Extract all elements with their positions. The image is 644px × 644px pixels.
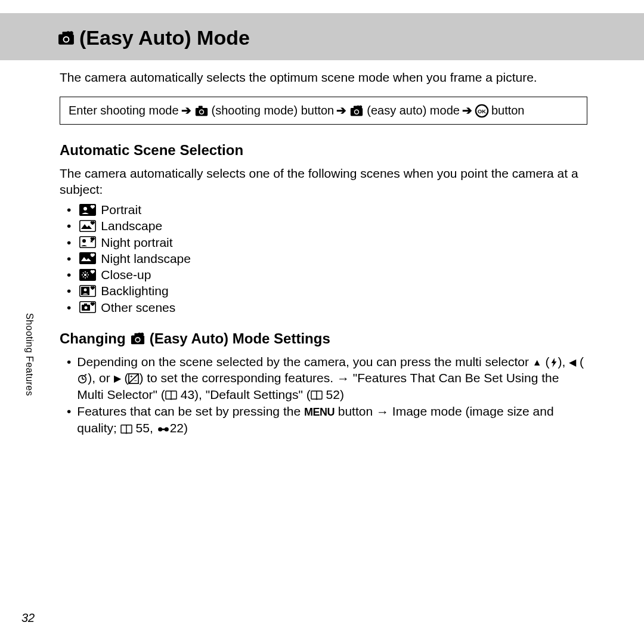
svg-line-35 — [87, 273, 88, 274]
backlighting-badge-icon — [79, 285, 96, 297]
night-landscape-badge-icon: ★ — [79, 252, 96, 264]
other-scenes-badge-icon — [79, 301, 96, 313]
scene-item-other: Other scenes — [60, 299, 587, 315]
scene-label: Night portrait — [101, 234, 172, 250]
manual-ref-icon — [311, 390, 323, 401]
scene-label: Other scenes — [101, 299, 175, 315]
section-heading-changing-settings: Changing (Easy Auto) Mode Settings — [60, 330, 587, 348]
manual-ref-icon — [120, 424, 132, 435]
scene-item-closeup: Close-up — [60, 267, 587, 283]
svg-rect-39 — [84, 304, 87, 305]
night-portrait-badge-icon: ★ — [79, 236, 96, 248]
navigation-path-box: Enter shooting mode (shooting mode) butt… — [60, 97, 587, 125]
svg-line-34 — [83, 276, 84, 277]
scene-item-night-portrait: ★ Night portrait — [60, 234, 587, 250]
svg-point-40 — [85, 306, 88, 309]
auto-scene-para: The camera automatically selects one of … — [60, 166, 587, 198]
svg-point-37 — [84, 289, 87, 292]
manual-ref-icon — [165, 390, 177, 401]
svg-text:★: ★ — [90, 253, 94, 258]
svg-line-33 — [87, 276, 88, 277]
exposure-comp-icon — [128, 373, 139, 384]
arrow-right-icon — [336, 103, 346, 119]
svg-line-32 — [83, 273, 84, 274]
main-content: The camera automatically selects the opt… — [0, 60, 644, 436]
settings-list: Depending on the scene selected by the c… — [60, 354, 587, 436]
scene-label: Night landscape — [101, 250, 191, 267]
scene-item-portrait: Portrait — [60, 202, 587, 218]
portrait-badge-icon — [79, 204, 96, 216]
arrow-right-icon — [181, 103, 191, 119]
page-title: (Easy Auto) Mode — [57, 26, 644, 49]
scene-label: Landscape — [101, 218, 162, 234]
scene-item-landscape: Landscape — [60, 218, 587, 234]
easy-auto-icon — [129, 332, 146, 346]
arrow-right-thin-icon — [337, 371, 349, 387]
heading-part-a: Changing — [60, 330, 126, 348]
settings-item-menu: Features that can be set by pressing the… — [60, 404, 587, 436]
easy-auto-icon — [57, 30, 76, 47]
page-number: 32 — [21, 611, 35, 625]
svg-point-27 — [84, 274, 86, 276]
right-arrow-icon — [114, 373, 121, 385]
left-arrow-icon — [569, 357, 576, 369]
title-band: (Easy Auto) Mode — [0, 13, 644, 60]
nav-step-2: (shooting mode) button — [212, 103, 335, 119]
menu-button-label: MENU — [304, 406, 335, 418]
page-title-text: (Easy Auto) Mode — [79, 26, 250, 49]
scene-label: Backlighting — [101, 283, 168, 299]
intro-text: The camera automatically selects the opt… — [60, 70, 587, 86]
ok-button-icon — [475, 104, 489, 118]
nav-step-4: button — [491, 103, 525, 119]
heading-part-b: (Easy Auto) Mode Settings — [150, 330, 330, 348]
arrow-right-icon — [462, 103, 472, 119]
section-heading-auto-scene: Automatic Scene Selection — [60, 141, 587, 160]
self-timer-icon — [77, 373, 88, 384]
scene-label: Close-up — [101, 267, 151, 283]
arrow-right-thin-icon — [376, 404, 389, 420]
svg-point-24 — [82, 239, 86, 243]
scene-item-night-landscape: ★ Night landscape — [60, 250, 587, 267]
scene-label: Portrait — [101, 202, 141, 218]
nav-step-1: Enter shooting mode — [69, 103, 179, 119]
nav-step-3: (easy auto) mode — [367, 103, 460, 119]
flash-icon — [550, 357, 558, 368]
settings-item-multiselector: Depending on the scene selected by the c… — [60, 354, 587, 403]
landscape-badge-icon — [79, 220, 96, 232]
scene-list: Portrait Landscape ★ Night portrait ★ Ni… — [60, 202, 587, 315]
svg-text:★: ★ — [89, 239, 94, 244]
up-arrow-icon — [532, 357, 542, 369]
closeup-badge-icon — [79, 269, 96, 281]
scene-item-backlighting: Backlighting — [60, 283, 587, 299]
easy-auto-icon — [349, 104, 364, 117]
camera-icon — [194, 104, 209, 117]
reference-link-icon — [157, 425, 170, 434]
section-side-tab: Shooting Features — [24, 313, 35, 396]
